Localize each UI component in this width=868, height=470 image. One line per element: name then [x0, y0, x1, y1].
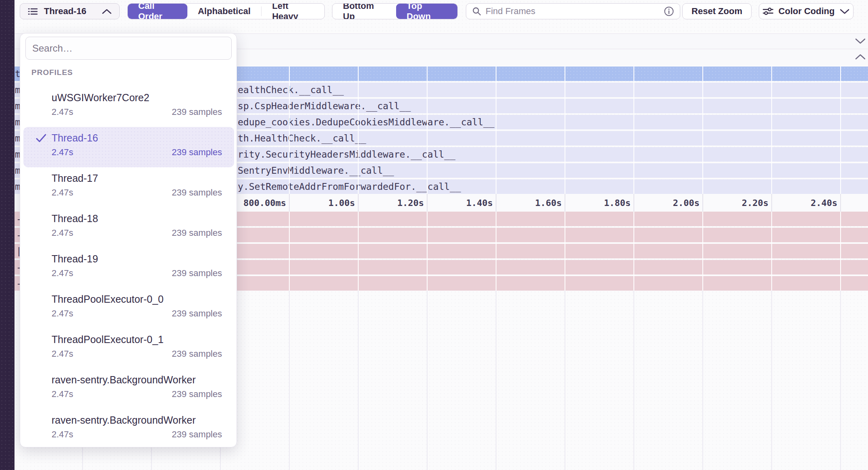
time-axis-label: 2.00s — [631, 194, 700, 212]
thread-name: Thread-19 — [52, 252, 98, 266]
reset-zoom-button[interactable]: Reset Zoom — [682, 3, 752, 19]
gridline — [427, 212, 428, 291]
gridline — [702, 212, 703, 291]
frame-text: edupe_cookies.DedupeCookiesMiddleware.__… — [238, 115, 494, 129]
tab-call-order[interactable]: Call Order — [128, 4, 187, 19]
gridline — [771, 291, 772, 470]
chevron-down-icon — [839, 8, 850, 15]
time-axis-label: 1.60s — [493, 194, 562, 212]
gridline — [840, 67, 841, 194]
thread-stats: 2.47s239 samples — [52, 348, 222, 360]
thread-stats: 2.47s239 samples — [52, 227, 222, 239]
gridline — [702, 67, 703, 194]
thread-duration: 2.47s — [52, 146, 73, 158]
gridline — [840, 291, 841, 470]
thread-stats: 2.47s239 samples — [52, 187, 222, 199]
gridline — [840, 194, 841, 212]
time-axis-label: 1.20s — [355, 194, 424, 212]
gridline — [633, 291, 634, 470]
direction-segmented-control: Bottom Up Top Down — [332, 3, 458, 19]
tab-left-heavy[interactable]: Left Heavy — [262, 4, 324, 19]
gridline — [565, 291, 565, 470]
thread-dropdown-item[interactable]: raven-sentry.BackgroundWorker2.47s239 sa… — [23, 409, 234, 449]
time-axis-label: 2.20s — [700, 194, 768, 212]
color-coding-button[interactable]: Color Coding — [759, 3, 853, 19]
tab-alphabetical[interactable]: Alphabetical — [187, 4, 261, 19]
thread-samples: 239 samples — [172, 428, 222, 441]
gridline — [289, 67, 290, 194]
thread-stats: 2.47s239 samples — [52, 267, 222, 279]
thread-stats: 2.47s239 samples — [52, 308, 222, 320]
tab-top-down[interactable]: Top Down — [396, 4, 457, 19]
toolbar: Thread-16 Call Order Alphabetical Left H… — [0, 0, 868, 23]
color-coding-label: Color Coding — [779, 6, 835, 17]
gridline — [358, 67, 359, 194]
frame-text: th.HealthCheck.__call__ — [238, 131, 366, 146]
thread-duration: 2.47s — [52, 388, 73, 400]
find-frames-placeholder: Find Frames — [486, 6, 660, 17]
gridline — [496, 67, 496, 194]
time-axis-label: 1.80s — [562, 194, 631, 212]
find-frames-input[interactable]: Find Frames — [466, 3, 680, 19]
app-sidebar-strip — [0, 0, 15, 470]
frame-text: rity.SecurityHeadersMiddleware.__call__ — [238, 147, 455, 162]
thread-stats: 2.47s239 samples — [52, 106, 222, 118]
sort-order-segmented-control: Call Order Alphabetical Left Heavy — [127, 3, 325, 19]
collapse-panel-chevron-up-icon[interactable] — [855, 54, 866, 60]
thread-name: raven-sentry.BackgroundWorker — [52, 373, 196, 387]
expand-panel-chevron-down-icon[interactable] — [855, 38, 866, 44]
checkmark-icon — [35, 133, 47, 144]
gridline — [358, 291, 359, 470]
time-axis-label: 1.40s — [424, 194, 493, 212]
thread-duration: 2.47s — [52, 267, 73, 279]
thread-list-icon — [27, 6, 38, 17]
gridline — [289, 291, 290, 470]
thread-duration: 2.47s — [52, 187, 73, 199]
thread-dropdown-item[interactable]: raven-sentry.BackgroundWorker2.47s239 sa… — [23, 369, 234, 409]
thread-dropdown-item[interactable]: ThreadPoolExecutor-0_02.47s239 samples — [23, 288, 234, 329]
thread-name: Thread-18 — [52, 212, 98, 225]
dropdown-search-input[interactable]: Search… — [25, 37, 232, 60]
time-axis-label: 2.40s — [769, 194, 837, 212]
thread-dropdown-item[interactable]: uWSGIWorker7Core22.47s239 samples — [23, 87, 234, 127]
thread-stats: 2.47s239 samples — [52, 388, 222, 400]
thread-name: ThreadPoolExecutor-0_1 — [52, 333, 164, 346]
thread-dropdown-item[interactable]: ThreadPoolExecutor-0_12.47s239 samples — [23, 329, 234, 369]
thread-dropdown-item[interactable]: Thread-192.47s239 samples — [23, 248, 234, 288]
gridline — [496, 291, 496, 470]
gridline — [771, 212, 772, 291]
thread-name: raven-sentry.BackgroundWorker — [52, 413, 196, 427]
sliders-icon — [762, 6, 774, 16]
search-icon — [472, 6, 482, 16]
frame-text: ealthCheck.__call__ — [238, 83, 344, 97]
thread-duration: 2.47s — [52, 348, 73, 360]
thread-dropdown-item[interactable]: Thread-172.47s239 samples — [23, 167, 234, 208]
info-icon[interactable] — [664, 6, 674, 17]
gridline — [289, 212, 290, 291]
gridline — [427, 291, 428, 470]
gridline — [633, 67, 634, 194]
thread-selector-label: Thread-16 — [44, 6, 86, 17]
thread-samples: 239 samples — [172, 146, 222, 158]
thread-samples: 239 samples — [172, 348, 222, 360]
thread-samples: 239 samples — [172, 388, 222, 400]
thread-samples: 239 samples — [172, 227, 222, 239]
time-axis-label: 1.00s — [287, 194, 355, 212]
gridline — [427, 67, 428, 194]
gridline — [565, 212, 565, 291]
gridline — [702, 291, 703, 470]
tab-bottom-up[interactable]: Bottom Up — [332, 4, 396, 19]
thread-samples: 239 samples — [172, 267, 222, 279]
thread-dropdown-panel: Search… PROFILES uWSGIWorker7Core22.47s2… — [20, 33, 237, 447]
dropdown-search-placeholder: Search… — [32, 43, 73, 54]
gridline — [771, 67, 772, 194]
thread-duration: 2.47s — [52, 106, 73, 118]
gridline — [358, 212, 359, 291]
thread-samples: 239 samples — [172, 187, 222, 199]
thread-dropdown-item[interactable]: Thread-162.47s239 samples — [23, 127, 234, 167]
thread-dropdown-item[interactable]: Thread-182.47s239 samples — [23, 208, 234, 248]
thread-samples: 239 samples — [172, 106, 222, 118]
frame-text: sp.CspHeaderMiddleware.__call__ — [238, 99, 411, 113]
gridline — [840, 212, 841, 291]
thread-selector-button[interactable]: Thread-16 — [20, 3, 120, 19]
